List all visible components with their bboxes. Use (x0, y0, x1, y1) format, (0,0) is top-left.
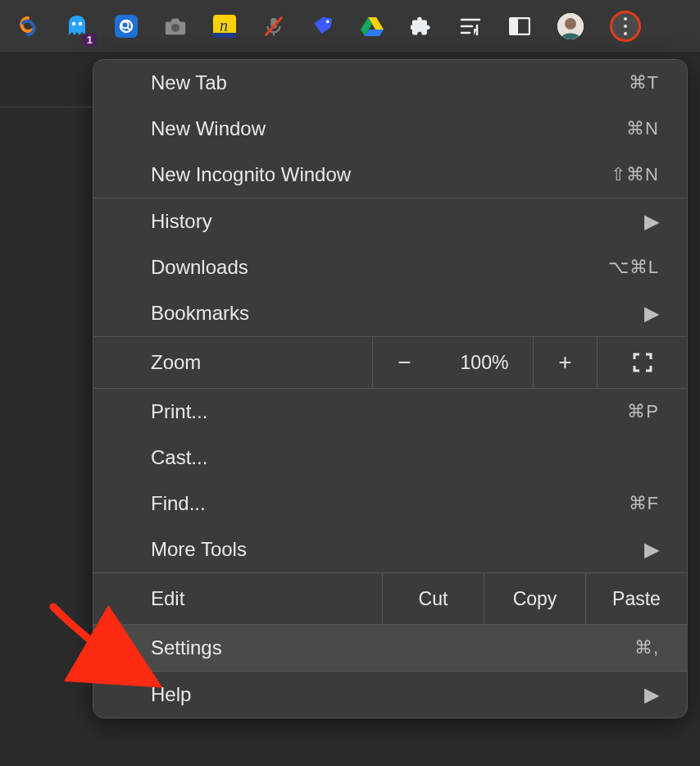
background-divider (0, 107, 94, 107)
more-menu-button[interactable] (610, 11, 641, 42)
chrome-main-menu: New Tab ⌘T New Window ⌘N New Incognito W… (93, 59, 688, 718)
menu-label: Cast... (151, 446, 659, 469)
sidepanel-icon[interactable] (508, 15, 531, 38)
menu-label: More Tools (151, 538, 644, 561)
menu-bookmarks[interactable]: Bookmarks ▶ (93, 290, 687, 336)
ghostery-icon[interactable]: 1 (66, 15, 89, 38)
chevron-right-icon: ▶ (644, 210, 659, 233)
mic-muted-icon[interactable] (262, 15, 285, 38)
search-extension-icon[interactable] (115, 15, 138, 38)
menu-shortcut: ⌘P (627, 401, 659, 422)
plus-icon: + (558, 349, 571, 376)
menu-shortcut: ⌥⌘L (608, 257, 659, 278)
menu-print[interactable]: Print... ⌘P (93, 389, 687, 435)
fullscreen-icon (633, 353, 652, 372)
menu-shortcut: ⌘F (629, 493, 659, 514)
notes-extension-icon[interactable]: n (213, 15, 236, 38)
edit-paste-button[interactable]: Paste (585, 573, 687, 624)
svg-rect-2 (115, 15, 138, 38)
menu-zoom-row: Zoom − 100% + (93, 336, 687, 389)
menu-shortcut: ⌘N (626, 118, 659, 139)
media-control-icon[interactable] (459, 15, 482, 38)
fullscreen-button[interactable] (597, 337, 687, 388)
menu-settings[interactable]: Settings ⌘, (93, 625, 687, 671)
more-vertical-icon (624, 17, 627, 35)
svg-point-1 (79, 22, 82, 25)
menu-label: Find... (151, 492, 629, 515)
svg-point-21 (565, 18, 576, 30)
profile-avatar[interactable] (557, 13, 584, 39)
minus-icon: − (398, 349, 411, 376)
menu-label: New Incognito Window (151, 163, 611, 186)
menu-label: Bookmarks (151, 302, 644, 325)
menu-new-incognito[interactable]: New Incognito Window ⇧⌘N (93, 152, 687, 198)
menu-label: Edit (93, 587, 382, 610)
zoom-in-button[interactable]: + (533, 337, 597, 388)
menu-shortcut: ⌘, (634, 637, 659, 659)
edit-copy-button[interactable]: Copy (484, 573, 585, 624)
chevron-right-icon: ▶ (644, 302, 659, 325)
similarweb-icon[interactable] (16, 15, 39, 38)
menu-label: Print... (151, 400, 627, 423)
chevron-right-icon: ▶ (644, 538, 659, 561)
menu-edit-row: Edit Cut Copy Paste (93, 572, 687, 625)
menu-more-tools[interactable]: More Tools ▶ (93, 527, 687, 572)
menu-label: Downloads (151, 256, 608, 279)
menu-label: Settings (151, 636, 634, 659)
menu-find[interactable]: Find... ⌘F (93, 481, 687, 527)
menu-new-tab[interactable]: New Tab ⌘T (93, 60, 687, 106)
zoom-level: 100% (436, 337, 533, 388)
camera-icon[interactable] (164, 15, 187, 38)
menu-new-window[interactable]: New Window ⌘N (93, 106, 687, 152)
tag-extension-icon[interactable] (311, 15, 334, 38)
menu-shortcut: ⌘T (629, 72, 659, 93)
menu-label: History (151, 210, 644, 233)
svg-text:n: n (220, 16, 228, 34)
menu-downloads[interactable]: Downloads ⌥⌘L (93, 244, 687, 290)
menu-shortcut: ⇧⌘N (611, 164, 659, 185)
google-drive-icon[interactable] (361, 15, 384, 38)
menu-history[interactable]: History ▶ (93, 198, 687, 244)
extension-badge: 1 (83, 34, 97, 46)
chevron-right-icon: ▶ (644, 683, 659, 706)
menu-label: New Tab (151, 71, 629, 94)
menu-label: Help (151, 683, 644, 706)
menu-cast[interactable]: Cast... (93, 435, 687, 481)
extensions-puzzle-icon[interactable] (410, 15, 433, 38)
edit-cut-button[interactable]: Cut (382, 573, 484, 624)
menu-help[interactable]: Help ▶ (93, 672, 687, 718)
browser-toolbar: 1 n (0, 0, 700, 53)
zoom-out-button[interactable]: − (372, 337, 436, 388)
svg-point-6 (171, 24, 180, 32)
menu-label: New Window (151, 117, 626, 140)
svg-rect-19 (510, 18, 518, 34)
menu-label: Zoom (93, 351, 372, 374)
svg-point-0 (72, 22, 75, 25)
